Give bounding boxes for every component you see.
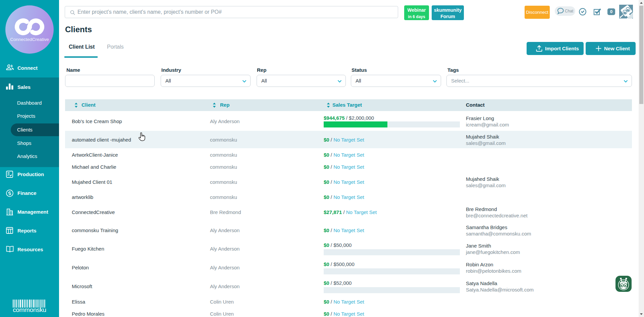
- svg-text:ConnectedCreative: ConnectedCreative: [10, 37, 49, 42]
